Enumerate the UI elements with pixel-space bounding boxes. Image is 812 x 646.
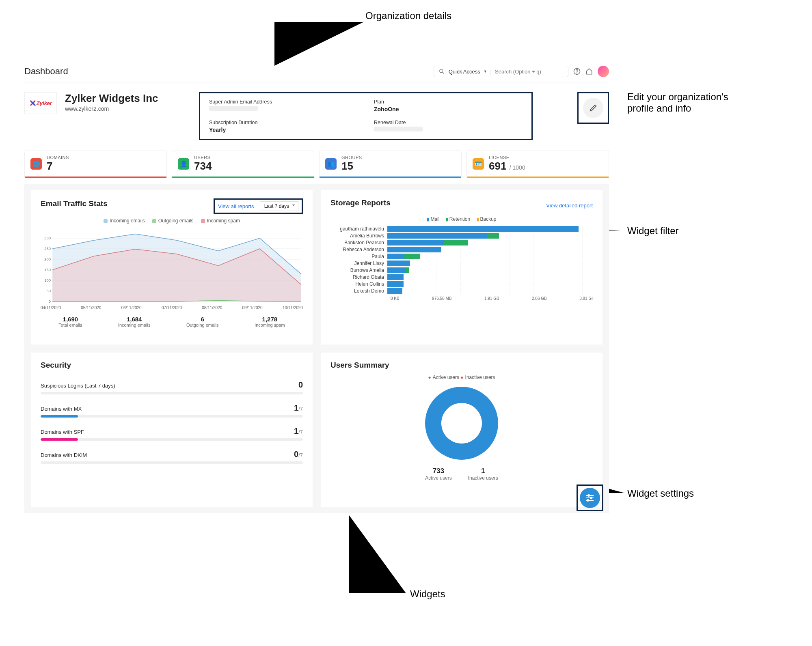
annotation-edit: Edit your organization's profile and inf… [627,91,728,114]
stat-value: 15 [341,160,362,172]
widget-title: Email Traffic Stats [41,199,108,208]
storage-widget: Storage Reports View detailed report Mai… [321,190,603,345]
stat-value: 7 [47,160,69,172]
incoming-value: 1,684 [118,316,150,323]
org-url: www.zylker2.com [65,106,179,112]
help-icon[interactable] [573,68,581,75]
search-input[interactable] [495,69,564,75]
topbar: Dashboard Quick Access ▼ | [24,61,609,82]
stat-label: LICENSE [489,155,525,160]
stat-label: GROUPS [341,155,362,160]
view-all-reports-link[interactable]: View all reports [218,203,254,209]
svg-text:100: 100 [44,278,51,282]
storage-legend: Mail Retention Backup [330,216,593,222]
inactive-label: Inactive users [468,475,498,481]
traffic-x-axis: 04/11/202005/11/202006/11/202007/11/2020… [41,306,303,310]
security-label: Domains with SPF [41,429,84,435]
active-count: 733 [425,467,451,475]
svg-text:200: 200 [44,257,51,261]
storage-user-name: gautham rathinavelu [330,226,387,232]
traffic-legend: Incoming emails Outgoing emails Incoming… [41,218,303,224]
security-value: 1/7 [294,403,303,413]
security-label: Suspicious Logins (Last 7 days) [41,383,115,389]
topbar-right: Quick Access ▼ | [434,66,609,77]
annotation-widgets: Widgets [410,588,445,600]
home-icon[interactable] [585,68,593,75]
sliders-icon [585,493,595,503]
storage-bar [387,247,593,252]
users-legend: Active users Inactive users [428,375,495,380]
stat-groups[interactable]: 👥 GROUPS 15 [319,151,462,178]
storage-bar [387,267,593,273]
renewal-label: Renewal Date [374,120,523,125]
super-admin-value-redacted [209,106,258,111]
storage-row: Richard Obata [330,274,593,280]
super-admin-label: Super Admin Email Address [209,99,358,105]
stat-users[interactable]: 👤 USERS 734 [172,151,314,178]
storage-user-name: Paula [330,254,387,259]
email-traffic-widget: Email Traffic Stats View all reports Las… [31,190,313,345]
svg-text:0: 0 [49,299,51,303]
legend-outgoing: Outgoing emails [152,218,194,224]
stat-label: DOMAINS [47,155,69,160]
org-header: Zylker Zylker Widgets Inc www.zylker2.co… [24,82,609,147]
traffic-summary: 1,690Total emails 1,684Incoming emails 6… [41,316,303,327]
security-widget: Security Suspicious Logins (Last 7 days)… [31,353,313,507]
widget-settings-button[interactable] [580,488,600,508]
inactive-count: 1 [468,467,498,475]
traffic-chart: 050100150200250300 [41,226,303,303]
widgets-grid: Email Traffic Stats View all reports Las… [24,184,609,513]
group-icon: 👥 [325,158,337,170]
legend-incoming: Incoming emails [104,218,145,224]
date-range-select[interactable]: Last 7 days [260,201,298,211]
divider: | [490,69,492,75]
storage-bar [387,281,593,287]
legend-spam: Incoming spam [201,218,240,224]
org-logo-text: Zylker [37,100,52,106]
widget-title: Security [41,361,303,370]
svg-point-1 [588,495,590,496]
svg-point-9 [577,73,577,73]
legend-backup: Backup [477,216,497,222]
annotation-arrow [349,515,410,596]
storage-bar [387,288,593,294]
annotation-widget-settings: Widget settings [627,488,694,499]
edit-org-button[interactable] [583,98,603,118]
legend-mail: Mail [427,216,439,222]
svg-text:300: 300 [44,236,51,240]
storage-row: Paula [330,254,593,259]
total-emails-value: 1,690 [58,316,82,323]
storage-row: Helen Collins [330,281,593,287]
security-label: Domains with DKIM [41,452,87,458]
plan-label: Plan [374,99,523,105]
storage-row: Amelia Burrows [330,233,593,239]
org-logo: Zylker [24,92,57,114]
users-donut-chart [425,387,498,460]
svg-line-7 [442,72,444,74]
svg-text:150: 150 [44,268,51,272]
search-icon [438,68,445,75]
avatar[interactable] [598,66,609,77]
spam-value: 1,278 [255,316,285,323]
security-bar [41,438,303,441]
plan-value: ZohoOne [374,106,523,112]
storage-bar [387,226,593,232]
storage-bar [387,254,593,259]
svg-point-5 [587,500,589,501]
security-row: Suspicious Logins (Last 7 days) 0 [41,380,303,394]
user-icon: 👤 [178,158,189,170]
quick-access[interactable]: Quick Access ▼ | [434,66,568,77]
stat-license[interactable]: 🪪 LICENSE 691 / 1000 [466,151,609,178]
security-row: Domains with MX 1/7 [41,403,303,418]
stat-domains[interactable]: 🌐 DOMAINS 7 [24,151,167,178]
storage-row: Rebecca Anderson [330,247,593,252]
total-emails-label: Total emails [58,323,82,327]
view-detailed-report-link[interactable]: View detailed report [546,202,593,209]
user-counts: 733Active users 1Inactive users [425,467,498,481]
page-title: Dashboard [24,66,68,77]
storage-row: Jennifer Lissy [330,261,593,266]
storage-user-name: Burrows Amelia [330,267,387,273]
renewal-value-redacted [374,127,423,131]
annotation-widget-filter: Widget filter [627,225,679,237]
storage-row: Burrows Amelia [330,267,593,273]
